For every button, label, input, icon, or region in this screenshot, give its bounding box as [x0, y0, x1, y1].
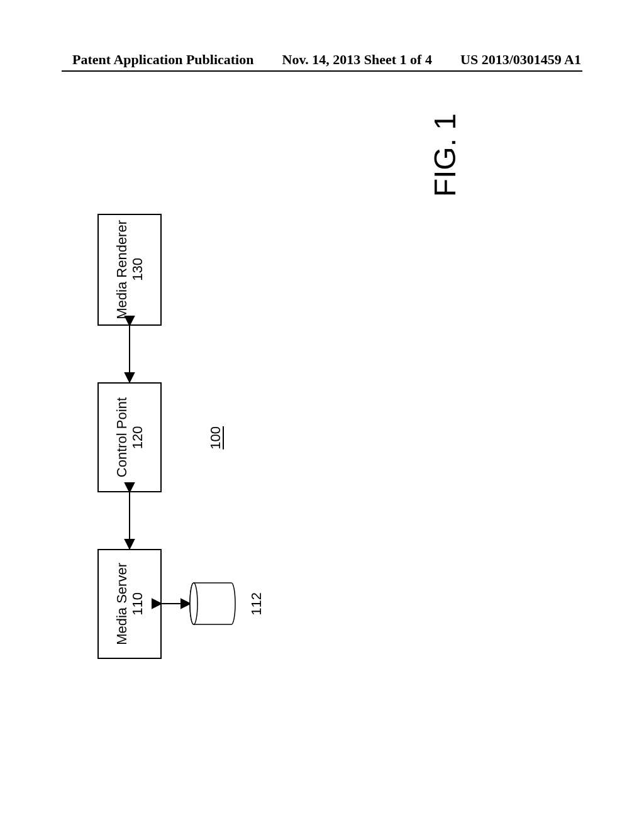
database-icon: [190, 583, 235, 624]
svg-point-1: [190, 583, 197, 624]
header-center: Nov. 14, 2013 Sheet 1 of 4: [282, 52, 432, 68]
diagram-connectors: [72, 163, 368, 685]
database-ref: 112: [248, 592, 265, 616]
page-header: Patent Application Publication Nov. 14, …: [0, 52, 644, 72]
system-ref: 100: [208, 426, 224, 450]
figure-label: FIG. 1: [428, 113, 462, 197]
header-rule: [62, 70, 582, 72]
header-right: US 2013/0301459 A1: [460, 52, 581, 68]
header-left: Patent Application Publication: [72, 52, 253, 68]
figure-area: Media Server 110 Control Point 120 Media…: [63, 94, 579, 761]
system-diagram: Media Server 110 Control Point 120 Media…: [72, 163, 368, 685]
